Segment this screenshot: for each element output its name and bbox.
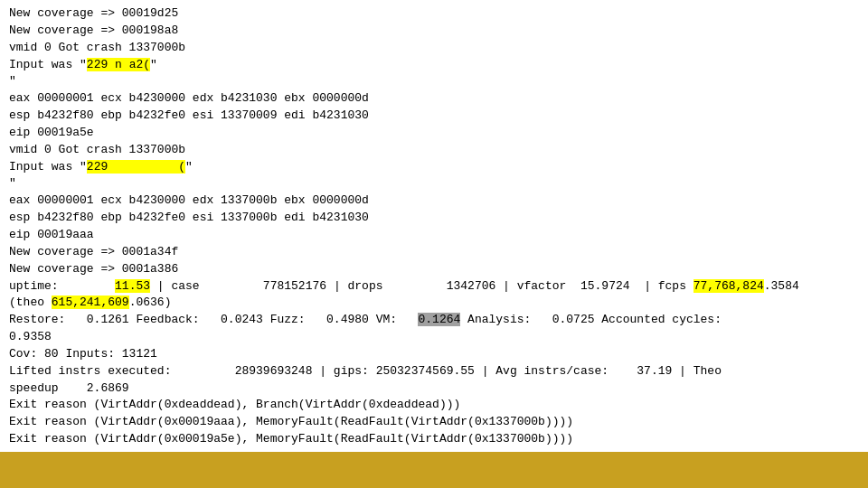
terminal-text: 0.1264: [418, 313, 460, 326]
terminal-line: Cov: 80 Inputs: 13121: [9, 346, 859, 363]
terminal-text: Lifted instrs executed: 28939693248 | gi…: [9, 364, 722, 378]
bottom-bar: [0, 452, 868, 488]
terminal-line: esp b4232f80 ebp b4232fe0 esi 13370009 e…: [9, 108, 859, 125]
terminal-line: (theo 615,241,609.0636): [9, 295, 859, 312]
terminal-text: Exit reason (VirtAddr(0x00019a5e), Memor…: [9, 432, 573, 446]
terminal-line: uptime: 11.53 | case 778152176 | drops 1…: [9, 278, 859, 296]
terminal-text: Input was ": [9, 58, 87, 71]
terminal-text: .0636): [129, 296, 172, 309]
terminal-line: eip 00019aaa: [9, 227, 859, 244]
terminal-text: eax 00000001 ecx b4230000 edx 1337000b e…: [9, 193, 369, 207]
terminal-line: New coverage => 0001a34f: [9, 244, 859, 261]
terminal-line: Lifted instrs executed: 28939693248 | gi…: [9, 363, 859, 380]
terminal-line: Exit reason (VirtAddr(0xdeaddead), Branc…: [9, 397, 859, 414]
terminal-text: 229 n a2(: [87, 58, 150, 71]
terminal-line: New coverage => 0001a386: [9, 261, 859, 278]
terminal-text: 11.53: [115, 279, 150, 293]
terminal-line: Input was "229 n a2(": [9, 57, 859, 74]
terminal-text: Exit reason (VirtAddr(0xdeaddead), Branc…: [9, 398, 460, 411]
terminal-line: eax 00000001 ecx b4230000 edx 1337000b e…: [9, 192, 859, 210]
terminal-output: New coverage => 00019d25New coverage => …: [0, 0, 868, 452]
terminal-text: (theo: [9, 296, 52, 309]
terminal-text: ": [150, 58, 157, 71]
terminal-text: speedup 2.6869: [9, 381, 129, 395]
terminal-line: New coverage => 000198a8: [9, 23, 859, 40]
terminal-line: eip 00019a5e: [9, 125, 859, 142]
terminal-line: Input was "229 (": [9, 159, 859, 176]
terminal-text: .3584: [764, 279, 799, 293]
terminal-line: Exit reason (VirtAddr(0x00019aaa), Memor…: [9, 414, 859, 431]
terminal-text: New coverage => 000198a8: [9, 23, 178, 37]
terminal-text: esp b4232f80 ebp b4232fe0 esi 13370009 e…: [9, 108, 369, 122]
terminal-text: 615,241,609: [52, 296, 129, 309]
terminal-line: esp b4232f80 ebp b4232fe0 esi 1337000b e…: [9, 210, 859, 227]
terminal-text: uptime:: [9, 279, 115, 293]
terminal-line: New coverage => 00019d25: [9, 5, 859, 23]
terminal-text: esp b4232f80 ebp b4232fe0 esi 1337000b e…: [9, 211, 369, 224]
terminal-text: Analysis: 0.0725 Accounted cycles:: [460, 313, 722, 326]
terminal-text: 229 (: [87, 160, 185, 174]
terminal-text: vmid 0 Got crash 1337000b: [9, 41, 185, 54]
terminal-text: 77,768,824: [693, 279, 764, 293]
terminal-line: 0.9358: [9, 329, 859, 346]
terminal-text: 0.9358: [9, 330, 52, 343]
terminal-text: | case 778152176 | drops 1342706 | vfact…: [150, 279, 693, 293]
terminal-line: ": [9, 73, 859, 90]
terminal-line: Exit reason (VirtAddr(0x00019a5e), Memor…: [9, 431, 859, 448]
terminal-text: ": [9, 74, 16, 88]
terminal-line: ": [9, 175, 859, 192]
terminal-line: speedup 2.6869: [9, 380, 859, 398]
terminal-line: vmid 0 Got crash 1337000b: [9, 40, 859, 57]
terminal-text: eip 00019a5e: [9, 126, 94, 139]
terminal-text: Exit reason (VirtAddr(0x00019aaa), Memor…: [9, 415, 573, 428]
terminal-text: Cov: 80 Inputs: 13121: [9, 347, 157, 361]
terminal-line: vmid 0 Got crash 1337000b: [9, 142, 859, 159]
terminal-line: eax 00000001 ecx b4230000 edx b4231030 e…: [9, 90, 859, 108]
terminal-text: eax 00000001 ecx b4230000 edx b4231030 e…: [9, 91, 369, 105]
terminal-text: eip 00019aaa: [9, 228, 94, 241]
terminal-text: New coverage => 0001a34f: [9, 245, 178, 258]
terminal-text: ": [185, 160, 193, 174]
terminal-line: Restore: 0.1261 Feedback: 0.0243 Fuzz: 0…: [9, 312, 859, 329]
terminal-text: ": [9, 176, 16, 190]
terminal-text: vmid 0 Got crash 1337000b: [9, 143, 185, 156]
terminal-text: New coverage => 00019d25: [9, 6, 178, 20]
terminal-text: Restore: 0.1261 Feedback: 0.0243 Fuzz: 0…: [9, 313, 418, 326]
terminal-text: New coverage => 0001a386: [9, 262, 178, 276]
terminal-text: Input was ": [9, 160, 87, 174]
